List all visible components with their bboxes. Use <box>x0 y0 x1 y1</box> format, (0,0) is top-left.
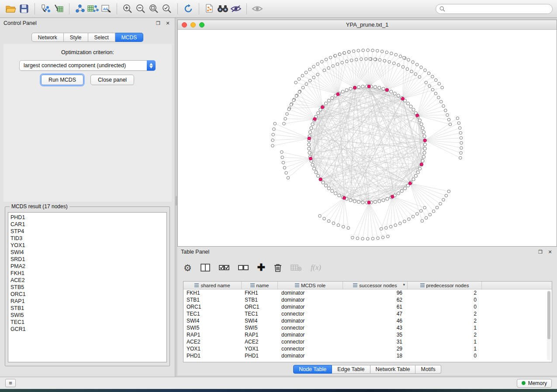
scrollbar-thumb[interactable] <box>547 291 550 339</box>
tab-network-table[interactable]: Network Table <box>370 365 416 374</box>
table-settings-gear-icon[interactable]: ⚙ <box>183 261 192 274</box>
mcds-result-item[interactable]: RAP1 <box>10 298 166 305</box>
mcds-result-item[interactable]: ACE2 <box>10 277 166 284</box>
mcds-result-item[interactable]: SWI5 <box>10 312 166 319</box>
search-input[interactable] <box>447 6 549 12</box>
tab-network[interactable]: Network <box>31 33 64 42</box>
table-cell: dominator <box>278 352 343 359</box>
mcds-result-item[interactable]: YOX1 <box>10 242 166 249</box>
column-header-label: shared name <box>201 283 230 288</box>
control-panel-tabs: NetworkStyleSelectMCDS <box>0 33 175 42</box>
network-from-table-icon[interactable] <box>86 2 100 15</box>
column-header-label: MCDS role <box>301 283 325 288</box>
mcds-result-item[interactable]: PHD1 <box>10 214 166 221</box>
node-table: shared namenameMCDS rolesuccessor nodes▾… <box>183 281 552 362</box>
column-type-icon <box>295 283 299 288</box>
global-search-box[interactable] <box>436 4 553 14</box>
zoom-out-icon[interactable] <box>134 2 147 15</box>
mcds-result-item[interactable]: PMA2 <box>10 263 166 270</box>
column-header-label: successor nodes <box>359 283 397 288</box>
table-cell: dominator <box>278 303 343 310</box>
close-table-panel-icon[interactable]: ✕ <box>547 248 554 255</box>
close-panel-button[interactable]: Close panel <box>90 75 134 85</box>
column-header-name[interactable]: name <box>242 282 278 289</box>
table-row[interactable]: SWI5SWI5connector431 <box>183 324 552 331</box>
table-cell: YOX1 <box>183 345 242 352</box>
add-column-icon[interactable]: ✚ <box>257 261 265 274</box>
column-header-predecessor-nodes[interactable]: predecessor nodes <box>408 282 482 289</box>
table-row[interactable]: RAP1RAP1dominator352 <box>183 331 552 338</box>
mcds-result-item[interactable]: TID3 <box>10 235 166 242</box>
tab-select[interactable]: Select <box>88 33 115 42</box>
table-scrollbar[interactable] <box>547 290 551 360</box>
network-canvas[interactable] <box>178 30 557 246</box>
clone-network-icon[interactable] <box>203 2 216 15</box>
table-row[interactable]: ACE2ACE2connector311 <box>183 338 552 345</box>
mcds-result-item[interactable]: SRD1 <box>10 256 166 263</box>
show-columns-icon[interactable] <box>201 261 210 274</box>
mcds-result-item[interactable]: STP4 <box>10 228 166 235</box>
column-header-successor-nodes[interactable]: successor nodes▾ <box>343 282 408 289</box>
open-file-icon[interactable] <box>4 2 17 15</box>
select-all-rows-icon[interactable] <box>219 261 229 274</box>
close-panel-icon[interactable]: ✕ <box>164 20 171 27</box>
memory-label: Memory <box>528 380 547 386</box>
table-panel-header: Table Panel ❐ ✕ <box>177 247 557 257</box>
table-cell: connector <box>278 345 343 352</box>
dropdown-stepper-icon <box>147 60 156 71</box>
refresh-icon[interactable] <box>182 2 195 15</box>
table-row[interactable]: ORC1ORC1dominator610 <box>183 303 552 310</box>
save-session-icon[interactable] <box>17 2 31 15</box>
table-cell: 0 <box>408 352 482 359</box>
table-cell: FKH1 <box>242 289 278 296</box>
table-row[interactable]: PHD1PHD1dominator180 <box>183 352 552 359</box>
tab-node-table[interactable]: Node Table <box>293 365 332 374</box>
float-table-panel-icon[interactable]: ❐ <box>537 248 544 255</box>
table-cell: 0 <box>408 296 482 303</box>
column-type-icon <box>194 283 199 288</box>
import-network-icon[interactable] <box>39 2 52 15</box>
tab-edge-table[interactable]: Edge Table <box>332 365 370 374</box>
mcds-result-item[interactable]: STB1 <box>10 305 166 312</box>
deselect-all-rows-icon[interactable] <box>238 261 249 274</box>
import-table-icon[interactable] <box>52 2 65 15</box>
table-row[interactable]: SWI4SWI4dominator462 <box>183 317 552 324</box>
mcds-result-item[interactable]: SWI4 <box>10 249 166 256</box>
table-row[interactable]: YOX1YOX1connector291 <box>183 345 552 352</box>
zoom-selected-icon[interactable] <box>160 2 173 15</box>
hide-table-icon <box>291 261 302 274</box>
memory-button[interactable]: Memory <box>517 379 552 388</box>
zoom-in-icon[interactable] <box>121 2 134 15</box>
hide-selected-icon[interactable] <box>229 2 242 15</box>
zoom-fit-icon[interactable] <box>147 2 160 15</box>
column-header-shared-name[interactable]: shared name <box>183 282 242 289</box>
run-mcds-button[interactable]: Run MCDS <box>41 75 83 85</box>
memory-status-dot <box>522 381 526 385</box>
table-row[interactable]: FKH1FKH1dominator962 <box>183 289 552 296</box>
sort-chevron-icon[interactable]: ▾ <box>403 282 405 287</box>
column-header-label: predecessor nodes <box>426 283 469 288</box>
network-nodes[interactable] <box>271 49 463 241</box>
new-network-icon[interactable] <box>73 2 86 15</box>
status-menu-icon[interactable]: ≡ <box>5 379 16 387</box>
delete-column-icon[interactable] <box>274 261 282 274</box>
mcds-result-item[interactable]: TEC1 <box>10 319 166 326</box>
column-header-MCDS-role[interactable]: MCDS role <box>278 282 343 289</box>
mcds-result-item[interactable]: FKH1 <box>10 270 166 277</box>
export-image-icon[interactable] <box>100 2 113 15</box>
tab-mcds[interactable]: MCDS <box>115 33 143 42</box>
mcds-result-item[interactable]: GCR1 <box>10 326 166 333</box>
mcds-result-item[interactable]: ORC1 <box>10 291 166 298</box>
table-row[interactable]: TEC1TEC1connector472 <box>183 310 552 317</box>
criterion-dropdown[interactable]: largest connected component (undirected) <box>19 60 156 71</box>
search-network-icon[interactable] <box>216 2 229 15</box>
tab-style[interactable]: Style <box>64 33 88 42</box>
table-row[interactable]: STB1STB1dominator620 <box>183 296 552 303</box>
node-table-body: FKH1FKH1dominator962STB1STB1dominator620… <box>183 289 552 359</box>
mcds-result-item[interactable]: CAR1 <box>10 221 166 228</box>
mcds-result-item[interactable]: STB5 <box>10 284 166 291</box>
mcds-result-list[interactable]: PHD1CAR1STP4TID3YOX1SWI4SRD1PMA2FKH1ACE2… <box>8 212 167 362</box>
tab-motifs[interactable]: Motifs <box>415 365 441 374</box>
float-panel-icon[interactable]: ❐ <box>155 20 162 27</box>
network-window-titlebar[interactable]: YPA_prune.txt_1 <box>178 20 557 30</box>
